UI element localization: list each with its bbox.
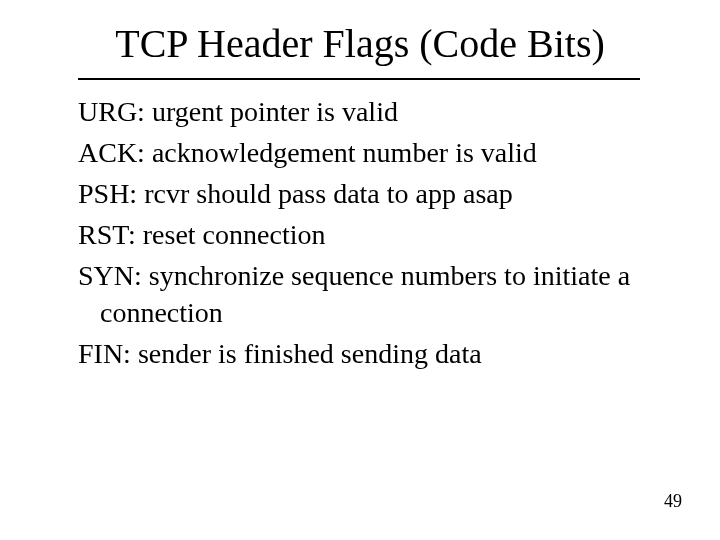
flag-name-urg: URG: [78,96,145,127]
title-underline [78,78,640,80]
flag-desc-ack: acknowledgement number is valid [145,137,537,168]
flag-item-ack: ACK: acknowledgement number is valid [78,135,648,172]
flag-name-psh: PSH: [78,178,137,209]
flag-item-syn: SYN: synchronize sequence numbers to ini… [78,258,648,332]
flag-name-fin: FIN: [78,338,131,369]
flag-item-urg: URG: urgent pointer is valid [78,94,648,131]
flag-desc-rst: reset connection [136,219,326,250]
flag-desc-psh: rcvr should pass data to app asap [137,178,513,209]
slide-body: URG: urgent pointer is valid ACK: acknow… [78,94,648,377]
flag-name-rst: RST: [78,219,136,250]
flag-desc-urg: urgent pointer is valid [145,96,398,127]
flag-desc-fin: sender is finished sending data [131,338,482,369]
flag-name-ack: ACK: [78,137,145,168]
flag-name-syn: SYN: [78,260,142,291]
slide-title: TCP Header Flags (Code Bits) [0,22,720,66]
flag-item-fin: FIN: sender is finished sending data [78,336,648,373]
flag-item-rst: RST: reset connection [78,217,648,254]
flag-item-psh: PSH: rcvr should pass data to app asap [78,176,648,213]
flag-desc-syn: synchronize sequence numbers to initiate… [100,260,630,328]
page-number: 49 [664,491,682,512]
slide: TCP Header Flags (Code Bits) URG: urgent… [0,0,720,540]
